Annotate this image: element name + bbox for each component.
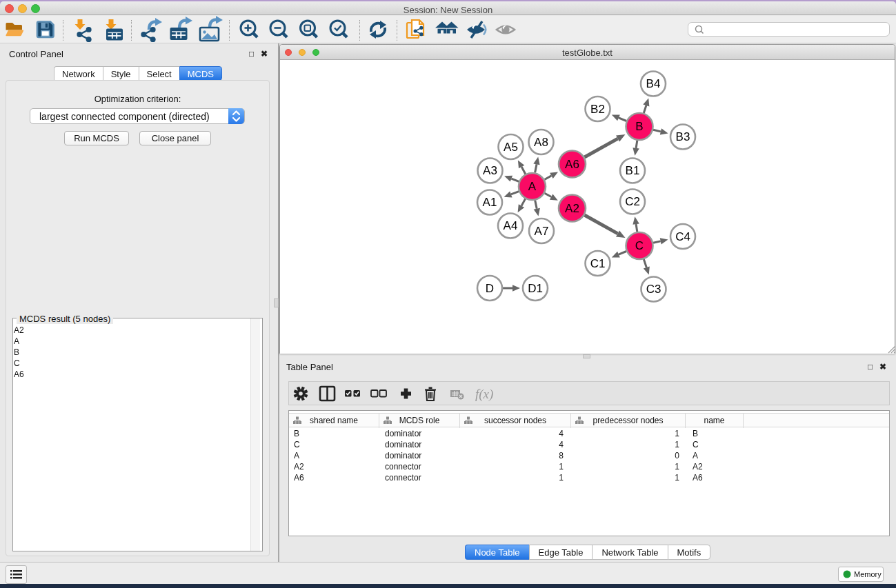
svg-text:B1: B1	[626, 164, 640, 177]
svg-text:C4: C4	[675, 230, 690, 243]
svg-text:A6: A6	[565, 158, 579, 171]
svg-text:A5: A5	[504, 141, 518, 154]
svg-text:C1: C1	[590, 257, 606, 270]
svg-text:C2: C2	[625, 195, 640, 208]
svg-text:A8: A8	[534, 136, 548, 149]
svg-text:B3: B3	[676, 130, 690, 143]
svg-text:A4: A4	[504, 219, 518, 232]
svg-text:A7: A7	[535, 225, 549, 238]
svg-text:A2: A2	[565, 202, 579, 215]
svg-text:A3: A3	[483, 164, 497, 177]
svg-text:Memory: Memory	[854, 570, 882, 578]
svg-text:f(x): f(x)	[475, 387, 493, 402]
svg-text:C3: C3	[646, 283, 661, 296]
svg-text:A1: A1	[483, 196, 497, 209]
svg-text:B2: B2	[590, 103, 605, 116]
svg-text:B: B	[635, 120, 643, 133]
svg-text:A: A	[528, 180, 537, 193]
svg-text:B4: B4	[646, 77, 661, 90]
svg-text:D: D	[486, 282, 494, 295]
svg-text:D1: D1	[528, 282, 543, 295]
svg-text:C: C	[635, 239, 644, 252]
